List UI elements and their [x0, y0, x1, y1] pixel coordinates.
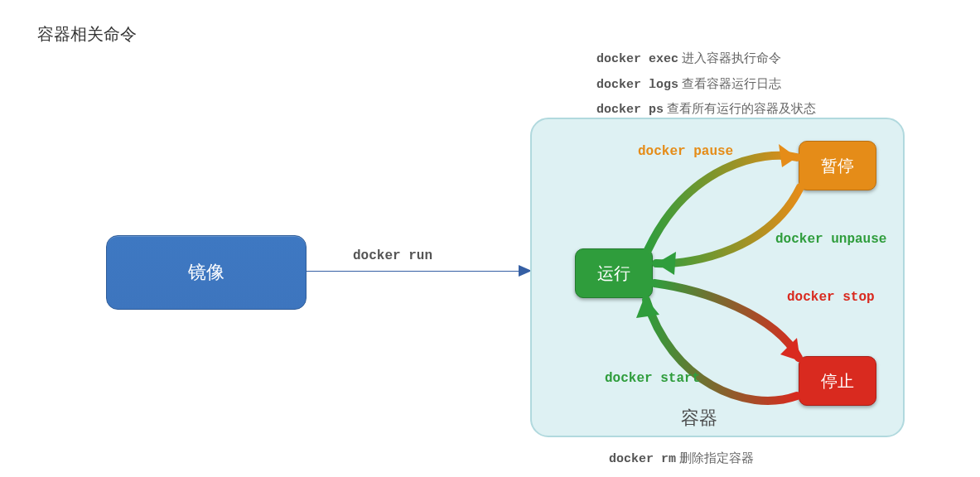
node-label: 运行 — [597, 263, 630, 285]
diagram-canvas: 容器相关命令 docker exec 进入容器执行命令 docker logs … — [0, 0, 980, 477]
top-annotations: docker exec 进入容器执行命令 docker logs 查看容器运行日… — [596, 46, 816, 123]
edge-start-label: docker start — [605, 371, 700, 386]
edge-run-label: docker run — [353, 248, 432, 263]
cmd-text: docker rm — [609, 452, 676, 466]
node-paused: 暂停 — [799, 141, 876, 190]
cmd-text: docker ps — [596, 103, 664, 117]
node-container-label: 容器 — [681, 406, 717, 431]
annotation-rm: docker rm 删除指定容器 — [609, 450, 754, 466]
desc-text: 进入容器执行命令 — [682, 51, 781, 65]
annotation-logs: docker logs 查看容器运行日志 — [596, 72, 816, 98]
desc-text: 查看容器运行日志 — [682, 76, 781, 90]
desc-text: 查看所有运行的容器及状态 — [667, 101, 816, 115]
edge-unpause-label: docker unpause — [775, 232, 886, 247]
page-title: 容器相关命令 — [37, 23, 137, 46]
node-stopped: 停止 — [799, 356, 876, 406]
annotation-exec: docker exec 进入容器执行命令 — [596, 46, 816, 72]
node-running: 运行 — [575, 248, 653, 298]
cmd-text: docker logs — [596, 78, 678, 92]
edge-pause-label: docker pause — [638, 144, 733, 159]
edge-run-line — [307, 271, 525, 272]
cmd-text: docker exec — [596, 52, 678, 66]
node-label: 停止 — [821, 370, 854, 393]
edge-stop-label: docker stop — [787, 290, 875, 305]
node-image: 镜像 — [106, 235, 307, 310]
desc-text: 删除指定容器 — [679, 450, 754, 465]
node-label: 镜像 — [188, 260, 224, 285]
node-label: 暂停 — [821, 155, 854, 177]
